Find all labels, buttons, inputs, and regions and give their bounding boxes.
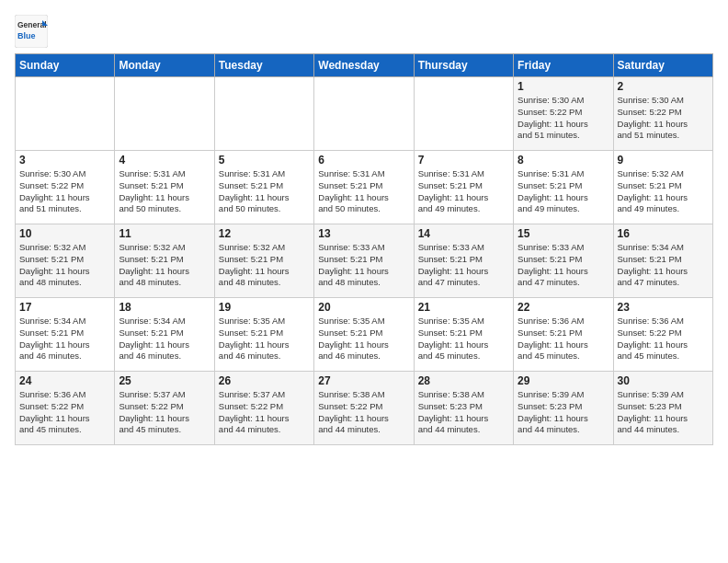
day-info: Sunrise: 5:30 AM Sunset: 5:22 PM Dayligh… [19, 168, 110, 215]
day-number: 1 [518, 80, 609, 93]
day-number: 4 [119, 154, 210, 167]
day-number: 24 [19, 374, 110, 387]
calendar-cell: 23Sunrise: 5:36 AM Sunset: 5:22 PM Dayli… [613, 298, 712, 372]
page: General Blue SundayMondayTuesdayWednesda… [0, 0, 728, 454]
day-number: 19 [219, 301, 310, 314]
calendar-cell: 11Sunrise: 5:32 AM Sunset: 5:21 PM Dayli… [115, 224, 214, 298]
day-number: 22 [518, 301, 609, 314]
day-header-monday: Monday [115, 54, 214, 77]
calendar-cell: 26Sunrise: 5:37 AM Sunset: 5:22 PM Dayli… [214, 372, 313, 445]
calendar-cell: 22Sunrise: 5:36 AM Sunset: 5:21 PM Dayli… [514, 298, 613, 372]
calendar-cell: 25Sunrise: 5:37 AM Sunset: 5:22 PM Dayli… [115, 372, 214, 445]
day-info: Sunrise: 5:30 AM Sunset: 5:22 PM Dayligh… [618, 95, 709, 142]
day-number: 27 [318, 374, 409, 387]
calendar-cell: 29Sunrise: 5:39 AM Sunset: 5:23 PM Dayli… [514, 372, 613, 445]
calendar-cell: 24Sunrise: 5:36 AM Sunset: 5:22 PM Dayli… [16, 372, 115, 445]
week-row-2: 3Sunrise: 5:30 AM Sunset: 5:22 PM Daylig… [16, 151, 713, 224]
calendar-cell [414, 77, 513, 151]
day-info: Sunrise: 5:32 AM Sunset: 5:21 PM Dayligh… [19, 242, 110, 289]
svg-text:Blue: Blue [17, 31, 36, 40]
day-number: 17 [19, 301, 110, 314]
day-number: 9 [618, 154, 709, 167]
day-info: Sunrise: 5:36 AM Sunset: 5:22 PM Dayligh… [618, 316, 709, 362]
day-info: Sunrise: 5:31 AM Sunset: 5:21 PM Dayligh… [318, 168, 409, 215]
calendar-cell: 3Sunrise: 5:30 AM Sunset: 5:22 PM Daylig… [16, 151, 115, 224]
day-info: Sunrise: 5:30 AM Sunset: 5:22 PM Dayligh… [518, 95, 609, 142]
day-info: Sunrise: 5:34 AM Sunset: 5:21 PM Dayligh… [618, 242, 709, 289]
day-number: 13 [318, 227, 409, 240]
calendar-cell: 8Sunrise: 5:31 AM Sunset: 5:21 PM Daylig… [514, 151, 613, 224]
day-number: 30 [618, 374, 709, 387]
day-info: Sunrise: 5:39 AM Sunset: 5:23 PM Dayligh… [618, 389, 709, 436]
day-header-friday: Friday [514, 54, 613, 77]
day-info: Sunrise: 5:37 AM Sunset: 5:22 PM Dayligh… [219, 389, 310, 436]
calendar-cell: 14Sunrise: 5:33 AM Sunset: 5:21 PM Dayli… [414, 224, 513, 298]
day-number: 12 [219, 227, 310, 240]
calendar-cell: 20Sunrise: 5:35 AM Sunset: 5:21 PM Dayli… [314, 298, 414, 372]
day-header-saturday: Saturday [613, 54, 712, 77]
day-header-tuesday: Tuesday [214, 54, 313, 77]
day-info: Sunrise: 5:33 AM Sunset: 5:21 PM Dayligh… [418, 242, 509, 289]
day-info: Sunrise: 5:32 AM Sunset: 5:21 PM Dayligh… [219, 242, 310, 289]
logo-svg: General Blue [15, 15, 48, 48]
week-row-5: 24Sunrise: 5:36 AM Sunset: 5:22 PM Dayli… [16, 372, 713, 445]
day-number: 25 [119, 374, 210, 387]
day-info: Sunrise: 5:32 AM Sunset: 5:21 PM Dayligh… [119, 242, 210, 289]
day-info: Sunrise: 5:32 AM Sunset: 5:21 PM Dayligh… [618, 168, 709, 215]
calendar-cell: 9Sunrise: 5:32 AM Sunset: 5:21 PM Daylig… [613, 151, 712, 224]
day-info: Sunrise: 5:35 AM Sunset: 5:21 PM Dayligh… [418, 316, 509, 362]
day-info: Sunrise: 5:35 AM Sunset: 5:21 PM Dayligh… [318, 316, 409, 362]
day-info: Sunrise: 5:33 AM Sunset: 5:21 PM Dayligh… [318, 242, 409, 289]
day-info: Sunrise: 5:36 AM Sunset: 5:21 PM Dayligh… [518, 316, 609, 362]
calendar-cell: 4Sunrise: 5:31 AM Sunset: 5:21 PM Daylig… [115, 151, 214, 224]
calendar-cell [115, 77, 214, 151]
calendar-cell: 30Sunrise: 5:39 AM Sunset: 5:23 PM Dayli… [613, 372, 712, 445]
day-number: 3 [19, 154, 110, 167]
day-info: Sunrise: 5:34 AM Sunset: 5:21 PM Dayligh… [19, 316, 110, 362]
calendar-cell [16, 77, 115, 151]
day-number: 28 [418, 374, 509, 387]
week-row-1: 1Sunrise: 5:30 AM Sunset: 5:22 PM Daylig… [16, 77, 713, 151]
calendar-cell: 19Sunrise: 5:35 AM Sunset: 5:21 PM Dayli… [214, 298, 313, 372]
day-number: 20 [318, 301, 409, 314]
day-info: Sunrise: 5:34 AM Sunset: 5:21 PM Dayligh… [119, 316, 210, 362]
day-info: Sunrise: 5:37 AM Sunset: 5:22 PM Dayligh… [119, 389, 210, 436]
day-number: 15 [518, 227, 609, 240]
calendar-cell: 21Sunrise: 5:35 AM Sunset: 5:21 PM Dayli… [414, 298, 513, 372]
calendar-cell: 16Sunrise: 5:34 AM Sunset: 5:21 PM Dayli… [613, 224, 712, 298]
header: General Blue [15, 9, 713, 48]
day-number: 18 [119, 301, 210, 314]
calendar-cell: 17Sunrise: 5:34 AM Sunset: 5:21 PM Dayli… [16, 298, 115, 372]
day-header-wednesday: Wednesday [314, 54, 414, 77]
day-number: 10 [19, 227, 110, 240]
calendar-cell: 6Sunrise: 5:31 AM Sunset: 5:21 PM Daylig… [314, 151, 414, 224]
day-info: Sunrise: 5:31 AM Sunset: 5:21 PM Dayligh… [219, 168, 310, 215]
day-number: 7 [418, 154, 509, 167]
day-info: Sunrise: 5:31 AM Sunset: 5:21 PM Dayligh… [518, 168, 609, 215]
day-number: 6 [318, 154, 409, 167]
calendar-cell: 10Sunrise: 5:32 AM Sunset: 5:21 PM Dayli… [16, 224, 115, 298]
calendar-cell: 28Sunrise: 5:38 AM Sunset: 5:23 PM Dayli… [414, 372, 513, 445]
day-header-thursday: Thursday [414, 54, 513, 77]
day-info: Sunrise: 5:38 AM Sunset: 5:23 PM Dayligh… [418, 389, 509, 436]
day-info: Sunrise: 5:36 AM Sunset: 5:22 PM Dayligh… [19, 389, 110, 436]
day-number: 16 [618, 227, 709, 240]
day-number: 21 [418, 301, 509, 314]
week-row-3: 10Sunrise: 5:32 AM Sunset: 5:21 PM Dayli… [16, 224, 713, 298]
day-info: Sunrise: 5:33 AM Sunset: 5:21 PM Dayligh… [518, 242, 609, 289]
day-number: 23 [618, 301, 709, 314]
calendar-cell [314, 77, 414, 151]
calendar-cell: 1Sunrise: 5:30 AM Sunset: 5:22 PM Daylig… [514, 77, 613, 151]
day-info: Sunrise: 5:39 AM Sunset: 5:23 PM Dayligh… [518, 389, 609, 436]
calendar-table: SundayMondayTuesdayWednesdayThursdayFrid… [15, 53, 713, 445]
day-number: 5 [219, 154, 310, 167]
logo: General Blue [15, 15, 48, 48]
calendar-cell: 15Sunrise: 5:33 AM Sunset: 5:21 PM Dayli… [514, 224, 613, 298]
day-number: 2 [618, 80, 709, 93]
day-number: 8 [518, 154, 609, 167]
day-info: Sunrise: 5:31 AM Sunset: 5:21 PM Dayligh… [418, 168, 509, 215]
calendar-cell: 5Sunrise: 5:31 AM Sunset: 5:21 PM Daylig… [214, 151, 313, 224]
day-info: Sunrise: 5:38 AM Sunset: 5:22 PM Dayligh… [318, 389, 409, 436]
day-info: Sunrise: 5:31 AM Sunset: 5:21 PM Dayligh… [119, 168, 210, 215]
calendar-cell [214, 77, 313, 151]
